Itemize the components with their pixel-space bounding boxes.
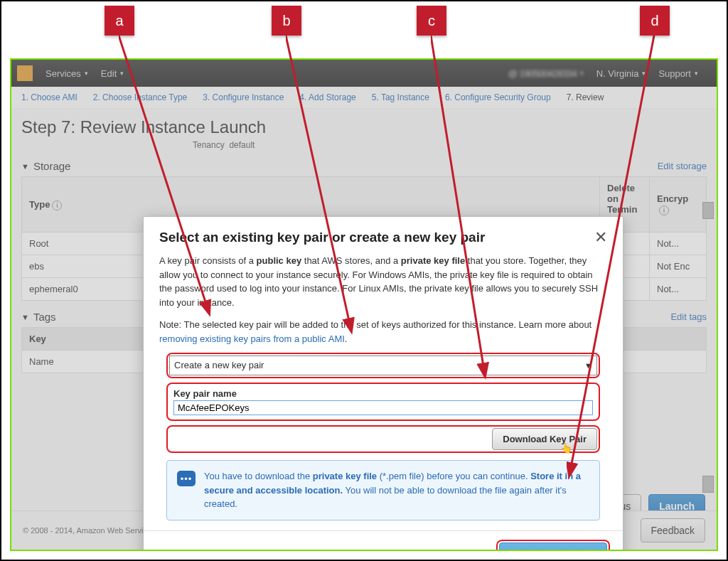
info-icon[interactable]: i [659, 205, 669, 215]
storage-heading[interactable]: ▼Storage [21, 160, 70, 172]
region-menu[interactable]: N. Virginia▾ [596, 68, 646, 79]
wizard-step-3[interactable]: 3. Configure Instance [203, 92, 284, 102]
annotation-marker-b: b [272, 6, 301, 36]
info-icon[interactable]: i [52, 201, 62, 210]
tenancy-row: Tenancy default [193, 140, 717, 150]
annotation-marker-c: c [417, 6, 446, 36]
wizard-step-2[interactable]: 2. Choose Instance Type [93, 92, 188, 102]
support-menu[interactable]: Support▾ [658, 68, 698, 79]
dropdown-value: Create a new key pair [174, 358, 264, 373]
global-nav: Services▾ Edit▾ @ 190500428334▾ N. Virgi… [11, 60, 717, 87]
edit-storage-link[interactable]: Edit storage [658, 161, 707, 171]
close-icon[interactable]: ✕ [594, 228, 607, 247]
account-menu[interactable]: @ 190500428334▾ [508, 68, 584, 79]
annotation-marker-d: d [640, 6, 670, 36]
wizard-step-1[interactable]: 1. Choose AMI [21, 92, 77, 102]
keypair-name-label: Key pair name [173, 387, 593, 401]
modal-title: Select an existing key pair or create a … [159, 230, 485, 245]
cursor-icon: 👆 [560, 442, 572, 454]
download-keypair-button[interactable]: Download Key Pair 👆 [492, 428, 597, 450]
wizard-step-4[interactable]: 4. Add Storage [299, 92, 355, 102]
chevron-down-icon: ▼ [584, 360, 592, 372]
wizard-step-5[interactable]: 5. Tag Instance [372, 92, 429, 102]
keypair-mode-dropdown[interactable]: Create a new key pair ▼ [169, 356, 597, 375]
vertical-scrollbar[interactable] [702, 202, 714, 493]
chat-bubble-icon: ••• [177, 471, 196, 486]
wizard-steps: 1. Choose AMI 2. Choose Instance Type 3.… [11, 87, 717, 109]
edit-menu[interactable]: Edit▾ [101, 68, 124, 79]
tags-heading[interactable]: ▼Tags [21, 311, 56, 323]
cancel-link[interactable]: Cancel [454, 549, 485, 552]
feedback-button[interactable]: Feedback [641, 518, 705, 543]
page-title: Step 7: Review Instance Launch [11, 109, 717, 140]
col-encrypt: Encrypi [650, 177, 707, 233]
annotation-marker-a: a [105, 6, 134, 36]
wizard-step-7[interactable]: 7. Review [567, 92, 604, 102]
remove-keypairs-link[interactable]: removing existing key pairs from a publi… [159, 333, 345, 344]
keypair-name-input[interactable] [173, 400, 593, 415]
modal-description: A key pair consists of a public key that… [159, 254, 607, 309]
keypair-modal: Select an existing key pair or create a … [143, 216, 623, 551]
edit-tags-link[interactable]: Edit tags [670, 311, 707, 322]
launch-instances-button[interactable]: Launch Instances [499, 543, 607, 552]
aws-logo-icon[interactable] [17, 65, 33, 81]
services-menu[interactable]: Services▾ [46, 68, 88, 79]
download-warning-info: ••• You have to download the private key… [166, 460, 600, 520]
wizard-step-6[interactable]: 6. Configure Security Group [445, 92, 551, 102]
modal-note: Note: The selected key pair will be adde… [159, 318, 607, 346]
